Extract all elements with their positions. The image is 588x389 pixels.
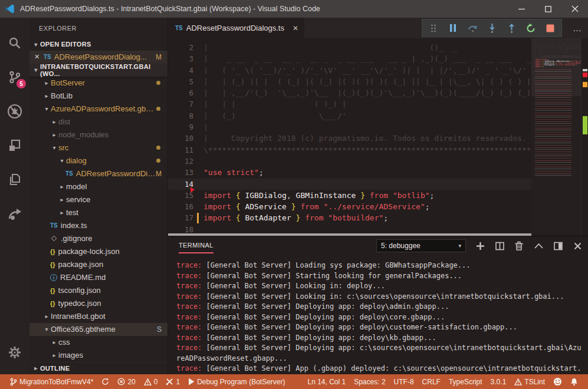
- tree-item-label: AzureADPasswordReset.gba...: [51, 104, 156, 113]
- more-actions-button[interactable]: …: [573, 23, 582, 33]
- tree-item-model[interactable]: ▸model: [29, 180, 167, 193]
- stop-button[interactable]: [545, 23, 556, 34]
- line-number: 9: [168, 121, 193, 133]
- code-line-3: 3| _ __ _ __ __ _ __ _ _ __ ___ __ _ | ,…: [168, 53, 531, 64]
- pages-view-button[interactable]: [0, 163, 29, 197]
- tab-close-icon[interactable]: ✕: [293, 24, 298, 32]
- status-item-debug-launch-status[interactable]: Debug Program (BotServer): [184, 374, 289, 389]
- tree-item-index-ts[interactable]: TSindex.ts: [29, 219, 167, 232]
- terminal-output[interactable]: trace: [General Bot Server] Loading sys …: [168, 255, 588, 374]
- status-item-eol[interactable]: CRLF: [418, 374, 445, 389]
- manage-button[interactable]: [0, 335, 29, 370]
- tree-item-dist[interactable]: ▸dist: [29, 116, 167, 128]
- tree-item-test[interactable]: ▸test: [29, 206, 167, 219]
- terminal-line: trace: [General Bot Server] Looking in: …: [176, 281, 583, 292]
- status-item-cursor-position[interactable]: Ln 14, Col 1: [303, 374, 350, 389]
- chevron-right-icon: ▸: [58, 196, 66, 203]
- tree-item-label: src: [58, 143, 68, 152]
- outline-header[interactable]: ▸ OUTLINE: [29, 362, 167, 374]
- maximize-panel-button[interactable]: [534, 241, 543, 250]
- new-terminal-button[interactable]: [475, 241, 485, 250]
- step-over-button[interactable]: [467, 23, 478, 34]
- search-view-button[interactable]: [0, 26, 29, 60]
- tab-adresetpassworddialogs[interactable]: TS ADResetPasswordDialogs.ts ✕: [168, 18, 304, 38]
- status-item-encoding[interactable]: UTF-8: [390, 374, 418, 389]
- status-item-tslint-status[interactable]: TSLint: [510, 374, 549, 389]
- code-editor[interactable]: 2| ()_ _3| _ __ _ __ __ _ __ _ _ __ ___ …: [168, 38, 588, 236]
- split-terminal-button[interactable]: [495, 241, 504, 250]
- deploy-view-button[interactable]: [0, 197, 29, 231]
- chevron-down-icon: ▾: [32, 41, 40, 48]
- code-line-12: 12: [168, 156, 531, 167]
- chevron-down-icon: ▾: [42, 106, 51, 112]
- terminal-selector[interactable]: 5: debuggee ▾: [376, 239, 466, 252]
- status-item-sync-status[interactable]: [97, 374, 113, 389]
- tree-item-azureadpasswordreset-gba[interactable]: ▾AzureADPasswordReset.gba...: [29, 103, 167, 116]
- tree-item-css[interactable]: ▸css: [29, 336, 167, 349]
- tree-item-tsconfig-json[interactable]: {}tsconfig.json: [29, 284, 167, 297]
- status-item-error-count[interactable]: 20: [113, 374, 139, 389]
- step-out-button[interactable]: [506, 23, 517, 34]
- overview-mark: [583, 69, 587, 71]
- tree-item-readme-md[interactable]: iREADME.md: [29, 271, 167, 284]
- git-modified-dot: [156, 81, 160, 85]
- source-control-view-button[interactable]: 5: [0, 60, 29, 94]
- extensions-view-button[interactable]: [0, 128, 29, 163]
- tree-item-gitignore[interactable]: .gitignore: [29, 232, 167, 245]
- line-number: 4: [168, 65, 193, 76]
- debug-view-button[interactable]: [0, 94, 29, 128]
- typescript-file-icon: TS: [50, 222, 58, 229]
- tree-item-package-lock-json[interactable]: {}package-lock.json: [29, 245, 167, 258]
- tree-item-package-json[interactable]: {}package.json: [29, 258, 167, 271]
- warning-triangle-icon: [514, 378, 522, 385]
- restart-button[interactable]: [525, 23, 536, 34]
- status-item-label: Debug Program (BotServer): [197, 378, 285, 386]
- workspace-header[interactable]: ▾ INTRANETBOTQUICKSTART.GBAI (WO...: [29, 64, 167, 77]
- minimap[interactable]: | ()_ _| _ __ _ __ __ _ __ _ _ __ ___ __…: [531, 38, 581, 233]
- open-editor-item-adresetpassworddialog[interactable]: ✕TSADResetPasswordDialog...M: [29, 51, 167, 64]
- code-lines: 2| ()_ _3| _ __ _ __ __ _ __ _ _ __ ___ …: [168, 42, 531, 236]
- error-circle-icon: [117, 378, 125, 385]
- toolbar-grip[interactable]: [428, 23, 439, 34]
- close-button[interactable]: [561, 0, 588, 18]
- tree-item-adresetpassworddial[interactable]: TSADResetPasswordDial...M: [29, 167, 167, 180]
- tree-item-office365-gbtheme[interactable]: ▾Office365.gbthemeS: [29, 323, 167, 336]
- status-item-indentation[interactable]: Spaces: 2: [350, 374, 389, 389]
- line-number: 13: [168, 167, 193, 178]
- toggle-panel-position-button[interactable]: [553, 241, 563, 250]
- minimize-button[interactable]: [508, 0, 535, 18]
- tree-item-intranetbot-gbot[interactable]: ▸IntranetBot.gbot: [29, 310, 167, 323]
- status-item-ts-version[interactable]: 3.0.1: [487, 374, 511, 389]
- tree-item-typedoc-json[interactable]: {}typedoc.json: [29, 297, 167, 310]
- status-item-tasks-status[interactable]: 1: [162, 374, 184, 389]
- step-into-button[interactable]: [487, 23, 497, 34]
- status-item-language-mode[interactable]: TypeScript: [445, 374, 487, 389]
- tree-item-images[interactable]: ▸images: [29, 349, 167, 362]
- kill-terminal-icon[interactable]: [514, 241, 524, 250]
- close-editor-icon[interactable]: ✕: [34, 53, 44, 61]
- tree-item-service[interactable]: ▸service: [29, 193, 167, 206]
- tree-item-botserver[interactable]: ▸BotServer: [29, 77, 167, 90]
- tree-item-node-modules[interactable]: ▸node_modules: [29, 128, 167, 141]
- horizontal-scrollbar[interactable]: [168, 233, 531, 236]
- git-modified-dot: [156, 159, 160, 163]
- typescript-file-icon: TS: [65, 170, 73, 177]
- status-item-feedback[interactable]: [549, 374, 566, 389]
- close-panel-button[interactable]: [573, 241, 582, 250]
- status-item-warning-count[interactable]: 0: [140, 374, 162, 389]
- maximize-button[interactable]: [535, 0, 561, 18]
- git-status-badge: M: [156, 170, 162, 178]
- git-status-badge: M: [156, 53, 162, 61]
- terminal-tab[interactable]: TERMINAL: [179, 242, 213, 253]
- tree-item-botlib[interactable]: ▸BotLib: [29, 90, 167, 103]
- code-line-2: 2| ()_ _: [168, 42, 531, 53]
- status-item-label: UTF-8: [394, 378, 414, 386]
- status-item-notifications[interactable]: [566, 374, 582, 389]
- sidebar-title: EXPLORER: [29, 18, 167, 38]
- tree-item-dialog[interactable]: ▾dialog: [29, 154, 167, 167]
- code-line-10: 10| Copyright 2018 (c) pragmatismo.io. T…: [168, 133, 531, 144]
- tree-item-src[interactable]: ▾src: [29, 141, 167, 154]
- status-item-git-branch-status[interactable]: MigrationToBotFmwV4*: [6, 374, 97, 389]
- open-editors-header[interactable]: ▾ OPEN EDITORS: [29, 38, 167, 51]
- pause-button[interactable]: [448, 23, 458, 34]
